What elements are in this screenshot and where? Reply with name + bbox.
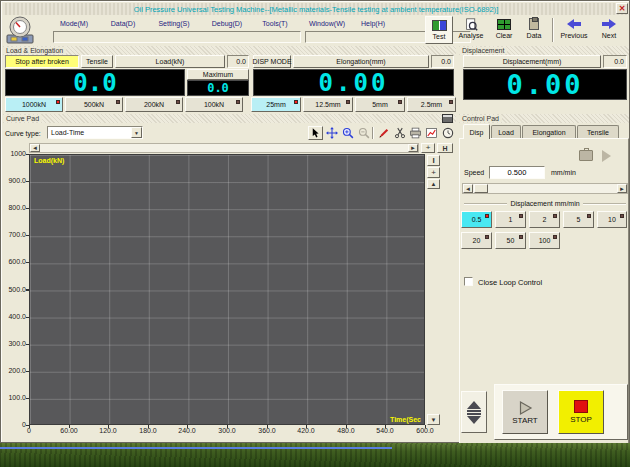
load-range-200kn-button[interactable]: 200kN	[125, 97, 183, 112]
menu-debug[interactable]: Debug(D)	[205, 17, 249, 30]
load-range-500kn-button[interactable]: 500kN	[65, 97, 123, 112]
chart-pan-button[interactable]: +	[421, 143, 435, 153]
slider-right-icon[interactable]: ►	[617, 184, 627, 193]
toolbar-test-button[interactable]: Test	[425, 16, 453, 44]
stop-after-broken-indicator[interactable]: Stop after broken	[5, 55, 79, 68]
speed-label: Speed	[464, 169, 484, 176]
slider-thumb[interactable]	[474, 184, 488, 193]
x-tick-label: 360.0	[249, 427, 285, 434]
jog-up-icon	[467, 401, 481, 409]
y-tick-label: 400.0	[1, 313, 26, 320]
toolbar-data-button[interactable]: Data	[521, 16, 547, 44]
elongation-range-5mm-button[interactable]: 5mm	[355, 97, 405, 112]
speed-10-button[interactable]: 10	[597, 211, 627, 228]
y-tick-label: 1000	[1, 150, 26, 157]
title-bar: Oil Pressure Universal Testing Machine--…	[3, 3, 629, 15]
led-indicator	[519, 235, 523, 239]
start-play-icon	[517, 400, 534, 416]
x-tick-label: 0	[11, 427, 47, 434]
control-pad-caption: Control Pad	[459, 114, 629, 123]
menu-mode[interactable]: Mode(M)	[53, 17, 95, 30]
load-range-1000kn-button[interactable]: 1000kN	[5, 97, 63, 112]
start-button[interactable]: START	[502, 390, 548, 434]
printer-icon[interactable]	[408, 126, 423, 140]
curve-type-dropdown[interactable]: Load-Time ▼	[47, 126, 143, 139]
y-tick-label: 200.0	[1, 367, 26, 374]
led-indicator	[176, 100, 180, 104]
tab-load[interactable]: Load	[491, 125, 521, 138]
speed-20-button[interactable]: 20	[461, 232, 492, 249]
led-indicator	[236, 100, 240, 104]
speed-unit-label: mm/min	[551, 169, 576, 176]
toolbar-analyse-button[interactable]: Analyse	[455, 16, 487, 44]
speed-slider[interactable]: ◄ ►	[462, 183, 628, 194]
tab-elongation[interactable]: Elongation	[522, 125, 576, 138]
led-indicator	[519, 214, 523, 218]
led-indicator	[346, 100, 350, 104]
app-window: Oil Pressure Universal Testing Machine--…	[0, 0, 630, 443]
curve-toolbar-separator	[372, 127, 374, 139]
menu-window[interactable]: Window(W)	[303, 17, 351, 30]
menu-help[interactable]: Help(H)	[353, 17, 393, 30]
fit-vertical-button[interactable]: I	[427, 155, 440, 166]
elongation-header: Elongation(mm)	[293, 55, 429, 68]
jog-up-down-button[interactable]	[461, 391, 487, 433]
y-tick-label: 800.0	[1, 204, 26, 211]
pan-icon[interactable]	[324, 126, 339, 140]
speed-50-button[interactable]: 50	[495, 232, 526, 249]
toolbar-separator	[552, 18, 554, 42]
menu-tools[interactable]: Tools(T)	[255, 17, 295, 30]
cursor-icon[interactable]	[308, 126, 323, 140]
menu-data[interactable]: Data(D)	[103, 17, 143, 30]
load-range-100kn-button[interactable]: 100kN	[185, 97, 243, 112]
chart-plot-area: Load(kN) Time(Sec	[29, 154, 425, 425]
stop-button[interactable]: STOP	[558, 390, 604, 434]
speed-5-button[interactable]: 5	[563, 211, 594, 228]
toolbar-clear-button[interactable]: Clear	[491, 16, 517, 44]
elongation-display: 0.00	[253, 69, 454, 96]
scroll-right-icon[interactable]: ►	[408, 144, 418, 152]
zoom-in-icon[interactable]	[340, 126, 355, 140]
chevron-down-icon[interactable]: ▼	[131, 127, 142, 138]
speed-0-5-button[interactable]: 0.5	[461, 211, 492, 228]
fit-horizontal-button[interactable]: H	[437, 143, 453, 153]
time-axis-dropdown-icon[interactable]: ▼	[427, 414, 440, 425]
led-indicator	[485, 214, 489, 218]
displacement-caption: Displacement	[459, 46, 629, 55]
chart-pan-vertical-button[interactable]: +	[427, 167, 440, 178]
scissors-icon[interactable]	[392, 126, 407, 140]
scroll-left-icon[interactable]: ◄	[30, 144, 40, 152]
slider-left-icon[interactable]: ◄	[463, 184, 473, 193]
x-tick-label: 480.0	[328, 427, 364, 434]
led-indicator	[587, 214, 591, 218]
x-tick-label: 300.0	[209, 427, 245, 434]
speed-input[interactable]	[489, 166, 545, 179]
speed-2-button[interactable]: 2	[529, 211, 560, 228]
maximize-icon[interactable]	[442, 114, 453, 123]
displacement-header: Displacement(mm)	[463, 55, 601, 68]
speed-1-button[interactable]: 1	[495, 211, 526, 228]
chart-horizontal-scrollbar[interactable]: ◄ ►	[29, 143, 419, 153]
zoom-out-icon[interactable]	[356, 126, 371, 140]
menu-setting[interactable]: Setting(S)	[151, 17, 197, 30]
y-tick-label: 900.0	[1, 177, 26, 184]
elongation-range-2-5mm-button[interactable]: 2.5mm	[407, 97, 456, 112]
window-title: Oil Pressure Universal Testing Machine--…	[134, 5, 499, 14]
scroll-up-icon[interactable]: ▲	[427, 179, 440, 189]
displacement-display: 0.00	[463, 69, 627, 100]
elongation-range-12-5mm-button[interactable]: 12.5mm	[303, 97, 353, 112]
tab-disp[interactable]: Disp	[463, 124, 490, 139]
tab-tensile[interactable]: Tensile	[577, 125, 619, 138]
close-loop-checkbox[interactable]	[464, 277, 473, 286]
toolbar-previous-button[interactable]: Previous	[557, 16, 591, 44]
toolbar-next-button[interactable]: Next	[595, 16, 623, 44]
menu-strip-left	[53, 31, 301, 43]
report-icon[interactable]	[424, 126, 439, 140]
desktop-horizontal-line	[0, 447, 392, 449]
elongation-range-25mm-button[interactable]: 25mm	[251, 97, 301, 112]
tensile-button[interactable]: Tensile	[81, 55, 113, 68]
speed-100-button[interactable]: 100	[529, 232, 560, 249]
pen-icon[interactable]	[376, 126, 391, 140]
close-icon[interactable]: ✕	[616, 3, 628, 14]
clock-icon[interactable]	[440, 126, 455, 140]
